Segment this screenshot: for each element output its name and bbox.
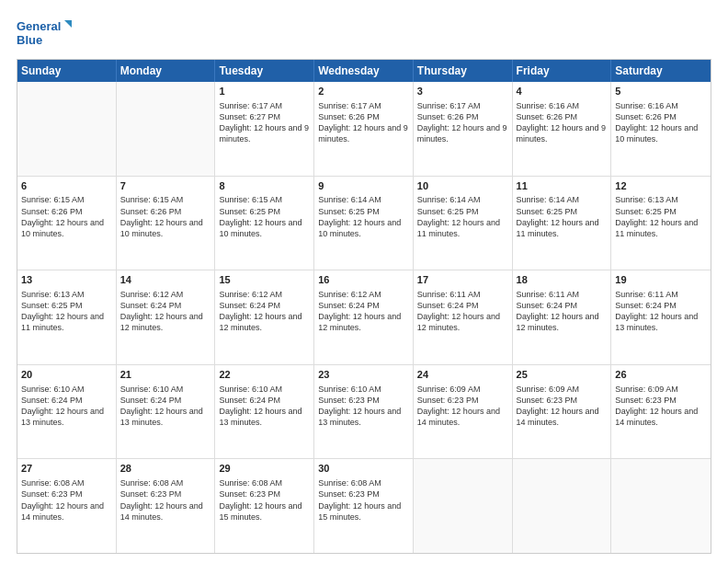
header-day-tuesday: Tuesday xyxy=(215,60,314,82)
cal-cell-empty-0-0 xyxy=(17,82,117,176)
cell-info: Sunrise: 6:08 AM Sunset: 6:23 PM Dayligh… xyxy=(21,477,112,523)
cell-info: Sunrise: 6:13 AM Sunset: 6:25 PM Dayligh… xyxy=(21,289,112,334)
cell-info: Sunrise: 6:09 AM Sunset: 6:23 PM Dayligh… xyxy=(517,384,608,429)
cal-cell-14: 14Sunrise: 6:12 AM Sunset: 6:24 PM Dayli… xyxy=(117,270,216,364)
day-number: 4 xyxy=(517,85,608,98)
day-number: 6 xyxy=(21,179,112,193)
cal-cell-22: 22Sunrise: 6:10 AM Sunset: 6:24 PM Dayli… xyxy=(215,365,314,459)
day-number: 21 xyxy=(120,368,211,382)
day-number: 5 xyxy=(615,85,707,98)
day-number: 30 xyxy=(318,462,409,476)
header-day-thursday: Thursday xyxy=(414,60,513,82)
day-number: 9 xyxy=(318,179,409,193)
cell-info: Sunrise: 6:16 AM Sunset: 6:26 PM Dayligh… xyxy=(615,100,707,145)
cal-cell-11: 11Sunrise: 6:14 AM Sunset: 6:25 PM Dayli… xyxy=(513,177,612,270)
day-number: 12 xyxy=(615,179,707,193)
cal-cell-15: 15Sunrise: 6:12 AM Sunset: 6:24 PM Dayli… xyxy=(215,270,314,364)
cal-cell-24: 24Sunrise: 6:09 AM Sunset: 6:23 PM Dayli… xyxy=(414,365,513,459)
cal-cell-20: 20Sunrise: 6:10 AM Sunset: 6:24 PM Dayli… xyxy=(17,365,117,459)
cell-info: Sunrise: 6:17 AM Sunset: 6:27 PM Dayligh… xyxy=(219,100,310,145)
day-number: 17 xyxy=(417,273,508,287)
cell-info: Sunrise: 6:10 AM Sunset: 6:24 PM Dayligh… xyxy=(21,384,112,429)
cell-info: Sunrise: 6:12 AM Sunset: 6:24 PM Dayligh… xyxy=(318,289,409,334)
cal-cell-5: 5Sunrise: 6:16 AM Sunset: 6:26 PM Daylig… xyxy=(611,82,711,176)
cell-info: Sunrise: 6:08 AM Sunset: 6:23 PM Dayligh… xyxy=(120,477,211,523)
day-number: 28 xyxy=(120,462,211,476)
logo: General Blue xyxy=(17,17,72,50)
cell-info: Sunrise: 6:08 AM Sunset: 6:23 PM Dayligh… xyxy=(219,477,310,523)
cal-cell-23: 23Sunrise: 6:10 AM Sunset: 6:23 PM Dayli… xyxy=(314,365,414,459)
day-number: 20 xyxy=(21,368,112,382)
cal-cell-17: 17Sunrise: 6:11 AM Sunset: 6:24 PM Dayli… xyxy=(414,270,513,364)
day-number: 25 xyxy=(517,368,608,382)
cell-info: Sunrise: 6:16 AM Sunset: 6:26 PM Dayligh… xyxy=(517,100,608,145)
header-day-sunday: Sunday xyxy=(17,60,117,82)
cell-info: Sunrise: 6:14 AM Sunset: 6:25 PM Dayligh… xyxy=(417,194,508,239)
cal-cell-9: 9Sunrise: 6:14 AM Sunset: 6:25 PM Daylig… xyxy=(314,177,414,270)
header-day-monday: Monday xyxy=(117,60,216,82)
cell-info: Sunrise: 6:10 AM Sunset: 6:24 PM Dayligh… xyxy=(219,384,310,429)
cal-cell-empty-4-5 xyxy=(513,459,612,553)
day-number: 24 xyxy=(417,368,508,382)
cal-cell-21: 21Sunrise: 6:10 AM Sunset: 6:24 PM Dayli… xyxy=(117,365,216,459)
cal-cell-25: 25Sunrise: 6:09 AM Sunset: 6:23 PM Dayli… xyxy=(513,365,612,459)
day-number: 3 xyxy=(417,85,508,98)
week-row-4: 20Sunrise: 6:10 AM Sunset: 6:24 PM Dayli… xyxy=(17,365,711,460)
cal-cell-18: 18Sunrise: 6:11 AM Sunset: 6:24 PM Dayli… xyxy=(513,270,612,364)
cell-info: Sunrise: 6:14 AM Sunset: 6:25 PM Dayligh… xyxy=(318,194,409,239)
svg-text:Blue: Blue xyxy=(17,33,42,47)
cell-info: Sunrise: 6:09 AM Sunset: 6:23 PM Dayligh… xyxy=(615,384,707,429)
day-number: 26 xyxy=(615,368,707,382)
day-number: 1 xyxy=(219,85,310,98)
logo-svg: General Blue xyxy=(17,17,72,50)
calendar-header: SundayMondayTuesdayWednesdayThursdayFrid… xyxy=(17,60,711,82)
cal-cell-27: 27Sunrise: 6:08 AM Sunset: 6:23 PM Dayli… xyxy=(17,459,117,553)
cell-info: Sunrise: 6:12 AM Sunset: 6:24 PM Dayligh… xyxy=(120,289,211,334)
cal-cell-10: 10Sunrise: 6:14 AM Sunset: 6:25 PM Dayli… xyxy=(414,177,513,270)
cal-cell-3: 3Sunrise: 6:17 AM Sunset: 6:26 PM Daylig… xyxy=(414,82,513,176)
cell-info: Sunrise: 6:15 AM Sunset: 6:25 PM Dayligh… xyxy=(219,194,310,239)
cal-cell-26: 26Sunrise: 6:09 AM Sunset: 6:23 PM Dayli… xyxy=(611,365,711,459)
cell-info: Sunrise: 6:15 AM Sunset: 6:26 PM Dayligh… xyxy=(120,194,211,239)
day-number: 15 xyxy=(219,273,310,287)
calendar: SundayMondayTuesdayWednesdayThursdayFrid… xyxy=(17,59,711,554)
cell-info: Sunrise: 6:14 AM Sunset: 6:25 PM Dayligh… xyxy=(517,194,608,239)
cell-info: Sunrise: 6:13 AM Sunset: 6:25 PM Dayligh… xyxy=(615,194,707,239)
day-number: 29 xyxy=(219,462,310,476)
cell-info: Sunrise: 6:17 AM Sunset: 6:26 PM Dayligh… xyxy=(318,100,409,145)
day-number: 10 xyxy=(417,179,508,193)
day-number: 27 xyxy=(21,462,112,476)
week-row-1: 1Sunrise: 6:17 AM Sunset: 6:27 PM Daylig… xyxy=(17,82,711,177)
cell-info: Sunrise: 6:08 AM Sunset: 6:23 PM Dayligh… xyxy=(318,477,409,523)
day-number: 11 xyxy=(517,179,608,193)
cal-cell-19: 19Sunrise: 6:11 AM Sunset: 6:24 PM Dayli… xyxy=(611,270,711,364)
cell-info: Sunrise: 6:09 AM Sunset: 6:23 PM Dayligh… xyxy=(417,384,508,429)
day-number: 16 xyxy=(318,273,409,287)
day-number: 14 xyxy=(120,273,211,287)
cell-info: Sunrise: 6:11 AM Sunset: 6:24 PM Dayligh… xyxy=(615,289,707,334)
cell-info: Sunrise: 6:11 AM Sunset: 6:24 PM Dayligh… xyxy=(517,289,608,334)
cal-cell-6: 6Sunrise: 6:15 AM Sunset: 6:26 PM Daylig… xyxy=(17,177,117,270)
cal-cell-29: 29Sunrise: 6:08 AM Sunset: 6:23 PM Dayli… xyxy=(215,459,314,553)
header-day-wednesday: Wednesday xyxy=(314,60,414,82)
cal-cell-16: 16Sunrise: 6:12 AM Sunset: 6:24 PM Dayli… xyxy=(314,270,414,364)
cal-cell-28: 28Sunrise: 6:08 AM Sunset: 6:23 PM Dayli… xyxy=(117,459,216,553)
day-number: 18 xyxy=(517,273,608,287)
cal-cell-empty-0-1 xyxy=(117,82,216,176)
cell-info: Sunrise: 6:11 AM Sunset: 6:24 PM Dayligh… xyxy=(417,289,508,334)
cal-cell-12: 12Sunrise: 6:13 AM Sunset: 6:25 PM Dayli… xyxy=(611,177,711,270)
cal-cell-empty-4-6 xyxy=(611,459,711,553)
cal-cell-empty-4-4 xyxy=(414,459,513,553)
day-number: 22 xyxy=(219,368,310,382)
cal-cell-1: 1Sunrise: 6:17 AM Sunset: 6:27 PM Daylig… xyxy=(215,82,314,176)
cell-info: Sunrise: 6:12 AM Sunset: 6:24 PM Dayligh… xyxy=(219,289,310,334)
day-number: 8 xyxy=(219,179,310,193)
day-number: 7 xyxy=(120,179,211,193)
cal-cell-2: 2Sunrise: 6:17 AM Sunset: 6:26 PM Daylig… xyxy=(314,82,414,176)
svg-marker-2 xyxy=(64,20,72,28)
cell-info: Sunrise: 6:15 AM Sunset: 6:26 PM Dayligh… xyxy=(21,194,112,239)
cell-info: Sunrise: 6:17 AM Sunset: 6:26 PM Dayligh… xyxy=(417,100,508,145)
week-row-2: 6Sunrise: 6:15 AM Sunset: 6:26 PM Daylig… xyxy=(17,177,711,271)
day-number: 2 xyxy=(318,85,409,98)
cell-info: Sunrise: 6:10 AM Sunset: 6:24 PM Dayligh… xyxy=(120,384,211,429)
